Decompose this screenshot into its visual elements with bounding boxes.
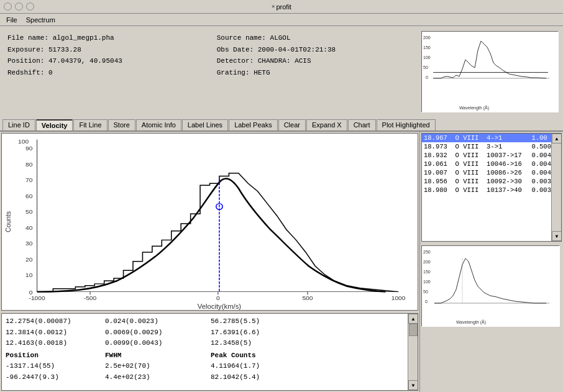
svg-text:20: 20	[25, 256, 33, 263]
svg-text:100: 100	[423, 280, 431, 284]
svg-text:500: 500	[302, 295, 313, 302]
line-ion: O VIII	[454, 186, 485, 194]
tab-line-id[interactable]: Line ID	[2, 119, 35, 130]
svg-text:Velocity(km/s): Velocity(km/s)	[198, 303, 241, 310]
redshift-value: 0	[48, 69, 53, 76]
content-area: 0 10 20 30 40 50 60 70 80 90 100 Counts …	[0, 132, 563, 392]
svg-text:90: 90	[25, 145, 33, 152]
lines-table-row[interactable]: 18.932O VIII10037->170.0045	[422, 151, 561, 160]
bottom-data-scrollbar[interactable]: ▲ ▼	[408, 314, 418, 390]
line-ion: O VIII	[454, 151, 485, 160]
tab-store[interactable]: Store	[108, 119, 135, 130]
svg-text:250: 250	[423, 250, 431, 254]
line-wavelength: 19.007	[422, 168, 454, 177]
menu-file[interactable]: File	[2, 16, 21, 24]
detector-row: Detector: CHANDRA: ACIS	[217, 55, 411, 67]
menu-bar: File Spectrum	[0, 14, 563, 26]
source-value: ALGOL	[270, 34, 291, 42]
data-col2-3: 0.0099(0.0043)	[105, 338, 211, 349]
data-col1-3: 12.4163(0.0018)	[6, 338, 105, 349]
data-col1-1: 12.2754(0.00087)	[6, 316, 105, 327]
bottom-data-table: 12.2754(0.00087) 0.024(0.0023) 56.2785(5…	[1, 313, 418, 391]
line-ion: O VIII	[454, 160, 485, 168]
svg-text:40: 40	[25, 224, 33, 231]
line-transition: 10092->30	[485, 177, 529, 186]
window-controls[interactable]	[4, 2, 34, 11]
line-wavelength: 18.967	[422, 134, 454, 142]
main-container: File name: algol_megp1.pha Source name: …	[0, 26, 563, 392]
source-label: Source name:	[217, 34, 270, 42]
filename-row: File name: algol_megp1.pha	[7, 32, 198, 44]
line-transition: 3->1	[485, 142, 529, 151]
lines-scroll-down[interactable]: ▼	[552, 231, 562, 241]
maximize-button[interactable]	[26, 2, 34, 11]
top-section: File name: algol_megp1.pha Source name: …	[0, 26, 563, 118]
scroll-thumb[interactable]	[409, 324, 418, 336]
svg-rect-35	[422, 246, 560, 327]
svg-text:80: 80	[25, 161, 33, 168]
tab-atomic-info[interactable]: Atomic Info	[136, 119, 181, 130]
chart-area: 0 10 20 30 40 50 60 70 80 90 100 Counts …	[1, 133, 418, 311]
data-header: Position FWHM Peak Counts	[6, 350, 414, 362]
svg-text:50: 50	[423, 65, 428, 70]
left-panel: 0 10 20 30 40 50 60 70 80 90 100 Counts …	[0, 132, 420, 392]
grating-label: Grating:	[217, 69, 254, 76]
svg-text:10: 10	[25, 271, 33, 278]
grating-value: HETG	[254, 69, 270, 76]
data-row-2: 12.3814(0.0012) 0.0069(0.0029) 17.6391(6…	[6, 327, 414, 339]
menu-spectrum[interactable]: Spectrum	[22, 16, 59, 24]
header-col2: FWHM	[105, 350, 211, 362]
svg-text:Wavelength (Å): Wavelength (Å)	[459, 105, 489, 111]
header-col1: Position	[6, 350, 105, 362]
extra-col1-2: -96.2447(9.3)	[6, 372, 105, 383]
tab-fit-line[interactable]: Fit Line	[73, 119, 107, 130]
line-ion: O VIII	[454, 177, 485, 186]
line-wavelength: 18.980	[422, 186, 454, 194]
tab-clear[interactable]: Clear	[278, 119, 306, 130]
data-col2-2: 0.0069(0.0029)	[105, 327, 211, 339]
svg-text:0: 0	[216, 295, 220, 302]
svg-text:-500: -500	[84, 295, 97, 302]
svg-text:100: 100	[18, 138, 29, 145]
line-ion: O VIII	[454, 142, 485, 151]
extra-col2-2: 4.4e+02(23)	[105, 372, 211, 383]
lines-scrollbar[interactable]: ▲ ▼	[551, 134, 561, 241]
line-ion: O VIII	[454, 168, 485, 177]
minimize-button[interactable]	[15, 2, 23, 11]
atomic-lines-table: 18.967O VIII4->11.0018.973O VIII3->10.50…	[422, 134, 561, 194]
tab-label-peaks[interactable]: Label Peaks	[229, 119, 278, 130]
tab-expand-x[interactable]: Expand X	[306, 119, 347, 130]
lines-table-row[interactable]: 18.956O VIII10092->300.0036	[422, 177, 561, 186]
svg-text:70: 70	[25, 177, 33, 184]
line-wavelength: 18.932	[422, 151, 454, 160]
line-wavelength: 18.956	[422, 177, 454, 186]
lines-table-row[interactable]: 18.980O VIII10137->400.0034	[422, 186, 561, 194]
tab-bar: Line ID Velocity Fit Line Store Atomic I…	[0, 118, 563, 132]
lines-table: 18.967O VIII4->11.0018.973O VIII3->10.50…	[421, 133, 562, 242]
lines-table-row[interactable]: 19.007O VIII10086->260.0043	[422, 168, 561, 177]
position-label: Position:	[7, 57, 48, 65]
lines-table-row[interactable]: 18.973O VIII3->10.500	[422, 142, 561, 151]
right-panel: 18.967O VIII4->11.0018.973O VIII3->10.50…	[420, 132, 563, 392]
lines-scroll-up[interactable]: ▲	[552, 134, 562, 144]
data-col3-1: 56.2785(5.5)	[211, 316, 323, 327]
svg-text:60: 60	[25, 193, 33, 199]
tab-plot-highlighted[interactable]: Plot Highlighted	[377, 119, 436, 130]
scroll-up-arrow[interactable]: ▲	[408, 314, 418, 324]
right-panel-spacer	[420, 329, 563, 392]
tab-chart[interactable]: Chart	[348, 119, 376, 130]
close-button[interactable]	[4, 2, 12, 11]
svg-text:Counts: Counts	[4, 211, 12, 232]
exposure-row: Exposure: 51733.28	[7, 44, 198, 56]
tab-velocity[interactable]: Velocity	[36, 119, 73, 130]
title-bar: ✕ profit	[0, 0, 563, 14]
tab-label-lines[interactable]: Label Lines	[182, 119, 228, 130]
svg-text:150: 150	[423, 270, 431, 274]
lines-table-row[interactable]: 18.967O VIII4->11.00	[422, 134, 561, 142]
scroll-down-arrow[interactable]: ▼	[408, 380, 418, 390]
lines-table-row[interactable]: 19.061O VIII10046->160.0045	[422, 160, 561, 168]
data-row-1: 12.2754(0.00087) 0.024(0.0023) 56.2785(5…	[6, 316, 414, 327]
line-wavelength: 19.061	[422, 160, 454, 168]
data-extra-row-1: -1317.14(55) 2.5e+02(70) 4.11964(1.7)	[6, 361, 414, 372]
svg-text:Wavelength (Å): Wavelength (Å)	[456, 319, 486, 325]
